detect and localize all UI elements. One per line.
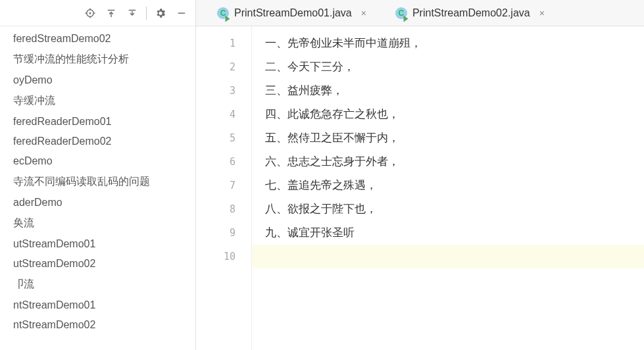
line-number: 2 — [196, 55, 251, 79]
code-line[interactable]: 六、忠志之士忘身于外者， — [252, 150, 644, 174]
tree-item[interactable]: ntStreamDemo02 — [0, 315, 195, 335]
tree-item[interactable]: feredReaderDemo01 — [0, 112, 195, 132]
tree-item[interactable]: utStreamDemo02 — [0, 254, 195, 274]
project-tree[interactable]: feredStreamDemo02节缓冲流的性能统计分析oyDemo寺缓冲流fe… — [0, 26, 195, 350]
tree-item[interactable]: feredReaderDemo02 — [0, 132, 195, 151]
line-number: 1 — [196, 32, 251, 55]
line-number: 6 — [196, 150, 251, 174]
java-file-icon: C — [217, 7, 229, 19]
tree-item[interactable]: utStreamDemo01 — [0, 234, 195, 254]
line-number: 10 — [196, 245, 251, 268]
expand-all-icon[interactable] — [104, 6, 118, 20]
line-number: 3 — [196, 79, 251, 103]
toolbar-divider — [146, 7, 147, 20]
line-number: 5 — [196, 126, 251, 150]
editor-main: CPrintStreamDemo01.java×CPrintStreamDemo… — [196, 0, 644, 350]
close-icon[interactable]: × — [361, 8, 366, 18]
line-number: 7 — [196, 174, 251, 197]
sidebar: feredStreamDemo02节缓冲流的性能统计分析oyDemo寺缓冲流fe… — [0, 0, 196, 350]
close-icon[interactable]: × — [539, 8, 545, 18]
tree-item[interactable]: feredStreamDemo02 — [0, 29, 195, 49]
code-line[interactable]: 五、然侍卫之臣不懈于内， — [252, 126, 644, 150]
tree-item[interactable]: 寺缓冲流 — [0, 90, 195, 112]
gutter: 12345678910 — [196, 26, 252, 350]
line-number: 8 — [196, 197, 251, 221]
minimize-icon[interactable] — [174, 6, 189, 20]
editor-tab[interactable]: CPrintStreamDemo01.java× — [214, 2, 369, 24]
line-number: 9 — [196, 221, 251, 245]
tree-item[interactable]: ntStreamDemo01 — [0, 295, 195, 315]
code-line[interactable]: 一、先帝创业未半而中道崩殂， — [252, 32, 644, 55]
tree-item[interactable]: oyDemo — [0, 70, 195, 90]
tree-item[interactable]: 卩流 — [0, 274, 195, 295]
code-line[interactable]: 八、欲报之于陛下也， — [252, 197, 644, 221]
editor-tab[interactable]: CPrintStreamDemo02.java× — [393, 2, 547, 24]
tree-item[interactable]: 奂流 — [0, 213, 195, 234]
code-line[interactable]: 七、盖追先帝之殊遇， — [252, 174, 644, 197]
sidebar-toolbar — [0, 0, 195, 26]
tab-bar: CPrintStreamDemo01.java×CPrintStreamDemo… — [196, 0, 644, 26]
tree-item[interactable]: ecDemo — [0, 151, 195, 171]
tree-item[interactable]: 节缓冲流的性能统计分析 — [0, 49, 195, 70]
editor-wrap: 12345678910 一、先帝创业未半而中道崩殂，二、今天下三分，三、益州疲弊… — [196, 26, 644, 350]
gear-icon[interactable] — [153, 6, 168, 20]
tree-item[interactable]: aderDemo — [0, 193, 195, 213]
collapse-all-icon[interactable] — [125, 6, 139, 20]
tab-label: PrintStreamDemo01.java — [234, 7, 352, 19]
code-line[interactable] — [252, 245, 644, 268]
svg-point-1 — [89, 12, 91, 14]
tab-label: PrintStreamDemo02.java — [412, 7, 530, 19]
code-area[interactable]: 一、先帝创业未半而中道崩殂，二、今天下三分，三、益州疲弊，四、此诚危急存亡之秋也… — [252, 26, 644, 350]
tree-item[interactable]: 寺流不同编码读取乱码的问题 — [0, 171, 195, 193]
target-icon[interactable] — [83, 6, 97, 20]
code-line[interactable]: 九、诚宜开张圣听 — [252, 221, 644, 245]
code-line[interactable]: 三、益州疲弊， — [252, 79, 644, 103]
line-number: 4 — [196, 103, 251, 126]
code-line[interactable]: 二、今天下三分， — [252, 55, 644, 79]
code-line[interactable]: 四、此诚危急存亡之秋也， — [252, 103, 644, 126]
java-file-icon: C — [395, 7, 407, 19]
